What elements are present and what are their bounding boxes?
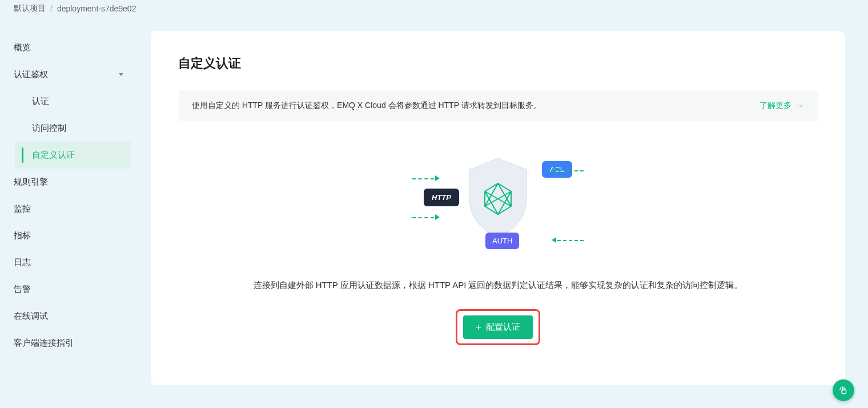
- arrow-right-icon: →: [795, 101, 804, 111]
- sidebar-item-label: 认证鉴权: [14, 69, 48, 80]
- sidebar-item-label: 自定义认证: [32, 150, 75, 159]
- highlight-annotation: + 配置认证: [456, 309, 540, 345]
- action-container: + 配置认证: [178, 309, 818, 345]
- arrowhead-icon: [552, 237, 556, 243]
- pointer-icon: [838, 385, 849, 395]
- breadcrumb-separator: /: [50, 4, 53, 13]
- sidebar-item-label: 规则引擎: [14, 177, 48, 187]
- page-title: 自定义认证: [178, 55, 818, 72]
- plus-icon: +: [476, 323, 481, 332]
- sidebar-subitem-custom-auth[interactable]: 自定义认证: [15, 142, 131, 169]
- main-content: 自定义认证 使用自定义的 HTTP 服务进行认证鉴权，EMQ X Cloud 会…: [137, 17, 868, 408]
- arrowhead-icon: [435, 214, 440, 220]
- http-badge: HTTP: [424, 189, 459, 206]
- description-text: 连接到自建外部 HTTP 应用认证数据源，根据 HTTP API 返回的数据判定…: [178, 280, 818, 291]
- arrowhead-icon: [552, 167, 556, 173]
- chevron-down-icon: [119, 73, 123, 76]
- shield-icon: [464, 155, 532, 241]
- learn-more-label: 了解更多: [760, 101, 791, 111]
- learn-more-link[interactable]: 了解更多 →: [760, 101, 804, 111]
- sidebar-item-label: 概览: [14, 42, 31, 53]
- sidebar-item-label: 告警: [14, 284, 31, 295]
- arrowhead-icon: [435, 175, 440, 181]
- breadcrumb-project[interactable]: 默认项目: [14, 3, 46, 14]
- sidebar-item-label: 指标: [14, 230, 31, 241]
- acl-badge: ACL: [542, 161, 572, 178]
- flow-arrow-icon: [412, 217, 434, 218]
- sidebar-item-online-debug[interactable]: 在线调试: [6, 303, 131, 330]
- sidebar-item-metrics[interactable]: 指标: [6, 222, 131, 249]
- auth-illustration: HTTP ACL AUTH: [424, 155, 572, 253]
- content-card: 自定义认证 使用自定义的 HTTP 服务进行认证鉴权，EMQ X Cloud 会…: [151, 31, 845, 385]
- auth-badge: AUTH: [485, 233, 519, 249]
- flow-arrow-icon: [557, 170, 584, 171]
- sidebar-item-label: 客户端连接指引: [14, 338, 74, 349]
- sidebar-subitem-authn[interactable]: 认证: [15, 88, 131, 115]
- flow-arrow-icon: [412, 178, 434, 179]
- config-auth-button[interactable]: + 配置认证: [463, 315, 532, 339]
- config-button-label: 配置认证: [486, 322, 520, 333]
- sidebar-item-label: 日志: [14, 257, 31, 268]
- sidebar-item-client-guide[interactable]: 客户端连接指引: [6, 330, 131, 357]
- info-banner: 使用自定义的 HTTP 服务进行认证鉴权，EMQ X Cloud 会将参数通过 …: [178, 90, 818, 121]
- flow-arrow-icon: [557, 240, 584, 241]
- banner-text: 使用自定义的 HTTP 服务进行认证鉴权，EMQ X Cloud 会将参数通过 …: [192, 101, 541, 111]
- help-fab-button[interactable]: [833, 379, 854, 401]
- sidebar-item-label: 认证: [32, 96, 49, 106]
- breadcrumb-deployment[interactable]: deployment-s7de9e02: [57, 4, 136, 13]
- breadcrumb: 默认项目 / deployment-s7de9e02: [0, 0, 868, 17]
- illustration-container: HTTP ACL AUTH: [178, 155, 818, 253]
- sidebar-item-overview[interactable]: 概览: [6, 34, 131, 61]
- sidebar: 概览 认证鉴权 认证 访问控制 自定义认证 规则引擎 监控 指标 日志: [0, 17, 137, 408]
- sidebar-item-label: 在线调试: [14, 311, 48, 322]
- sidebar-item-logs[interactable]: 日志: [6, 249, 131, 276]
- sidebar-item-label: 访问控制: [32, 123, 66, 133]
- sidebar-item-auth[interactable]: 认证鉴权: [6, 61, 131, 88]
- sidebar-item-alarms[interactable]: 告警: [6, 276, 131, 303]
- sidebar-item-monitor[interactable]: 监控: [6, 195, 131, 222]
- sidebar-subitem-acl[interactable]: 访问控制: [15, 115, 131, 142]
- sidebar-item-rules[interactable]: 规则引擎: [6, 169, 131, 195]
- sidebar-item-label: 监控: [14, 203, 31, 214]
